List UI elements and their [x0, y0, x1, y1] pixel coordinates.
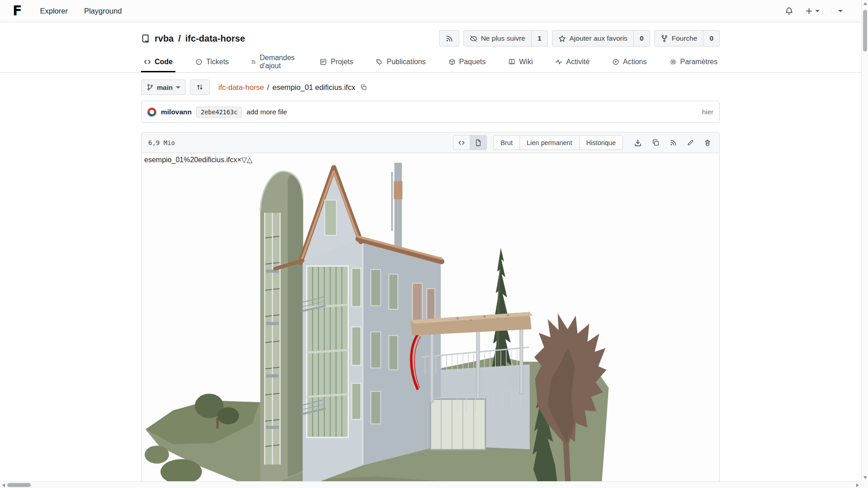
eye-off-icon [470, 35, 477, 42]
commit-time: hier [702, 108, 713, 116]
issue-icon [195, 58, 203, 66]
rendered-view-button[interactable] [470, 135, 487, 150]
viewer-file-name: esempio_01%20edificius.ifcx [144, 156, 237, 164]
plus-icon [805, 7, 813, 15]
breadcrumb-repo-link[interactable]: ifc-data-horse [218, 83, 264, 92]
vertical-scroll-thumb[interactable] [863, 10, 867, 52]
viewer-expand-control[interactable]: △ [247, 156, 252, 164]
tag-icon [376, 58, 383, 66]
forks-count[interactable]: 0 [703, 31, 719, 46]
unwatch-button[interactable]: Ne plus suivre 1 [463, 30, 548, 47]
chevron-down-icon [815, 10, 820, 12]
breadcrumb-file-name: esempio_01 edificius.ifcx [273, 83, 355, 92]
file-view-box: 6,9 Mio Brut Lien permanent Historique [141, 132, 720, 488]
compare-button[interactable] [190, 80, 210, 95]
star-icon [558, 35, 566, 42]
chevron-down-icon [838, 10, 843, 12]
commit-author-name[interactable]: milovann [161, 108, 192, 116]
garage-door [430, 399, 486, 450]
scroll-left-arrow[interactable] [2, 483, 5, 487]
file-size: 6,9 Mio [148, 139, 175, 146]
rss-icon [670, 139, 677, 146]
file-header: 6,9 Mio Brut Lien permanent Historique [142, 132, 719, 153]
code-icon [458, 139, 465, 146]
repo-owner-link[interactable]: rvba [155, 33, 174, 44]
play-circle-icon [612, 58, 619, 66]
ifc-3d-viewer[interactable]: esempio_01%20edificius.ifcx×▽△ [142, 153, 719, 488]
tab-wiki[interactable]: Wiki [505, 52, 535, 72]
download-icon [634, 139, 642, 147]
repo-header: rvba / ifc-data-horse Ne plus suivre 1 A… [141, 30, 720, 47]
watchers-count[interactable]: 1 [531, 31, 547, 46]
rss-icon [445, 35, 453, 42]
fork-icon [660, 35, 668, 42]
user-menu-button[interactable] [831, 9, 843, 13]
curved-tower [260, 171, 303, 488]
copy-path-button[interactable] [360, 84, 367, 91]
delete-button[interactable] [704, 139, 711, 146]
permalink-button[interactable]: Lien permanent [519, 135, 580, 150]
source-view-button[interactable] [453, 135, 470, 150]
package-icon [448, 58, 456, 66]
pull-request-icon [251, 58, 256, 66]
nav-link-explore[interactable]: Explorer [40, 7, 68, 15]
nav-link-playground[interactable]: Playground [84, 7, 122, 15]
edit-button[interactable] [687, 139, 694, 146]
horizontal-scroll-thumb[interactable] [7, 483, 31, 487]
branch-selector[interactable]: main [141, 80, 186, 95]
viewer-close-control[interactable]: × [237, 156, 241, 164]
tab-actions[interactable]: Actions [609, 52, 649, 72]
compare-arrows-icon [196, 84, 203, 91]
git-branch-icon [146, 84, 154, 91]
tab-releases[interactable]: Publications [373, 52, 428, 72]
trash-icon [704, 139, 711, 146]
download-button[interactable] [634, 139, 642, 147]
project-board-icon [320, 58, 327, 66]
scroll-down-arrow[interactable] [863, 476, 867, 479]
tab-settings[interactable]: Paramètres [667, 52, 721, 72]
tab-packages[interactable]: Paquets [446, 52, 489, 72]
commit-message-link[interactable]: add more file [246, 108, 287, 116]
tab-pull-requests[interactable]: Demandes d'ajout [249, 52, 300, 72]
scroll-up-arrow[interactable] [863, 2, 867, 5]
top-navbar: F Explorer Playground [0, 0, 868, 22]
scroll-right-arrow[interactable] [856, 483, 859, 487]
copy-icon [652, 139, 660, 146]
rss-button[interactable] [439, 30, 459, 47]
branch-bar: main ifc-data-horse / esempio_01 edifici… [141, 80, 720, 95]
book-icon [508, 58, 515, 66]
tab-issues[interactable]: Tickets [193, 52, 231, 72]
forgejo-logo[interactable]: F [13, 4, 21, 18]
viewer-layer-label: esempio_01%20edificius.ifcx×▽△ [144, 155, 252, 164]
ifc-3d-canvas[interactable] [142, 153, 719, 488]
pulse-icon [555, 58, 562, 66]
history-button[interactable]: Historique [579, 135, 623, 150]
stars-count[interactable]: 0 [633, 31, 650, 46]
copy-content-button[interactable] [652, 139, 660, 146]
create-new-button[interactable] [805, 7, 820, 15]
tab-activity[interactable]: Activité [552, 52, 592, 72]
chimney [391, 163, 402, 250]
repo-tabs-strip: Code Tickets Demandes d'ajout Projets Pu… [0, 52, 868, 73]
pencil-icon [687, 139, 694, 146]
repo-title: rvba / ifc-data-horse [141, 33, 245, 44]
commit-hash-link[interactable]: 2ebe42163c [196, 107, 242, 117]
fork-button[interactable]: Fourche 0 [654, 30, 720, 47]
tab-code[interactable]: Code [141, 52, 175, 72]
repo-name-link[interactable]: ifc-data-horse [185, 33, 245, 44]
repo-icon [141, 34, 150, 43]
horizontal-scrollbar[interactable] [0, 481, 861, 488]
commit-author-avatar[interactable] [147, 108, 156, 117]
code-icon [144, 58, 151, 66]
latest-commit-bar: milovann 2ebe42163c add more file hier [141, 101, 720, 123]
vertical-scrollbar[interactable] [861, 0, 868, 481]
raw-button[interactable]: Brut [493, 135, 520, 150]
notifications-bell-icon[interactable] [785, 7, 793, 15]
copy-icon [360, 84, 367, 91]
tab-projects[interactable]: Projets [317, 52, 356, 72]
chevron-down-icon [176, 86, 180, 89]
file-rss-button[interactable] [670, 139, 677, 146]
gear-icon [670, 58, 677, 66]
star-button[interactable]: Ajouter aux favoris 0 [552, 30, 650, 47]
viewer-collapse-control[interactable]: ▽ [241, 156, 247, 164]
